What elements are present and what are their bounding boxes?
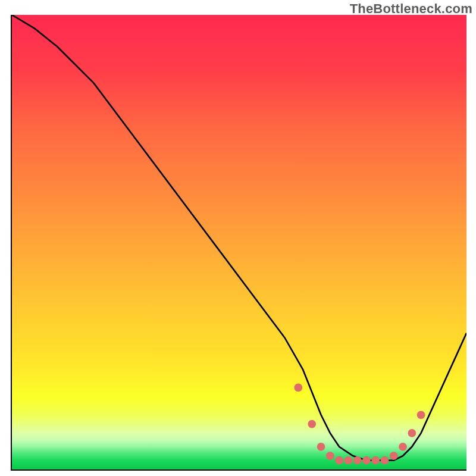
marker-dot (335, 456, 343, 465)
bottleneck-curve (12, 15, 466, 461)
chart-container: TheBottleneck.com (0, 0, 476, 476)
marker-dot (294, 384, 302, 392)
plot-area (11, 15, 466, 471)
marker-dot (408, 429, 416, 437)
marker-dot (371, 456, 380, 465)
marker-dot (381, 456, 389, 465)
marker-dot (344, 456, 352, 465)
marker-dot (399, 443, 407, 451)
marker-dot (308, 420, 316, 428)
marker-dot (317, 443, 325, 451)
marker-dot (417, 411, 425, 419)
marker-dot (353, 456, 362, 465)
curve-layer (12, 15, 466, 469)
marker-dot (390, 452, 398, 460)
marker-dot (326, 452, 334, 460)
marker-dot (362, 456, 371, 465)
